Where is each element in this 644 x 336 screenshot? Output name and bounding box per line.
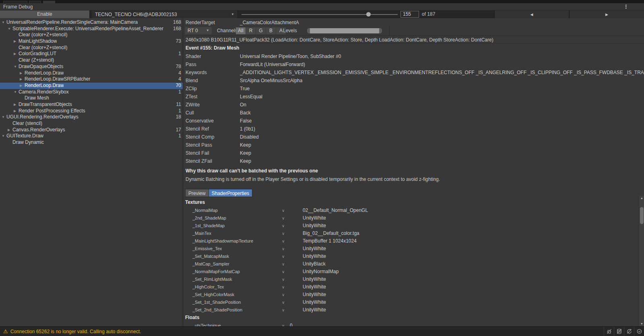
scrollbar-thumb[interactable]: [640, 207, 644, 224]
texture-dropdown-icon[interactable]: ∨: [282, 222, 303, 230]
tree-row[interactable]: ▼ UniversalRenderPipeline.RenderSingleCa…: [0, 19, 183, 26]
tree-item-count: 17: [176, 127, 181, 133]
enable-button[interactable]: Enable: [0, 10, 90, 18]
texture-value: UnityNormalMap: [303, 268, 339, 276]
tree-row[interactable]: ▶ RenderLoop.Draw 4: [0, 70, 183, 77]
tree-row[interactable]: ▶ Render PostProcessing Effects 1: [0, 108, 183, 114]
tree-expand-arrow-icon[interactable]: ▼: [13, 64, 19, 70]
texture-dropdown-icon[interactable]: ∨: [282, 237, 303, 245]
tree-row[interactable]: ▶ MainLightShadow 73: [0, 38, 183, 45]
texture-value: UnityWhite: [303, 283, 326, 291]
detail-tab[interactable]: ShaderProperties: [208, 189, 252, 197]
tree-expand-arrow-icon[interactable]: ▶: [13, 38, 19, 45]
levels-range-slider[interactable]: [307, 28, 382, 33]
tree-item-label: RenderLoop.Draw: [25, 83, 64, 89]
texture-row: _Set_2nd_ShadePosition ∨ UnityWhite: [184, 306, 634, 314]
channel-button[interactable]: B: [266, 27, 276, 34]
channel-button[interactable]: R: [246, 27, 256, 34]
previous-frame-button[interactable]: ◀: [494, 10, 569, 18]
cache-server-disabled-icon[interactable]: [614, 327, 624, 336]
texture-row: _1st_ShadeMap ∨ UnityWhite: [184, 222, 634, 230]
kebab-menu-icon[interactable]: ⋮: [623, 4, 629, 10]
tree-expand-arrow-icon[interactable]: ▶: [19, 70, 25, 77]
floats-section-header: Floats: [184, 314, 634, 321]
tree-row[interactable]: ▼ UGUI.Rendering.RenderOverlays 18: [0, 114, 183, 120]
rt-index-dropdown[interactable]: RT 0 ▼: [185, 27, 212, 34]
progress-status-icon[interactable]: [634, 327, 644, 336]
texture-dropdown-icon[interactable]: ∨: [282, 253, 303, 260]
float-dropdown-icon[interactable]: ∨: [282, 322, 290, 326]
tree-expand-arrow-icon[interactable]: ▼: [13, 89, 19, 95]
tree-item-count: 73: [176, 38, 181, 45]
title-bar: Frame Debug ⋮: [0, 3, 644, 10]
scroll-up-icon[interactable]: ▲: [639, 196, 644, 200]
scroll-down-icon[interactable]: ▼: [639, 321, 644, 326]
status-icons: [604, 327, 644, 336]
tree-row[interactable]: ▼ DrawOpaqueObjects 78: [0, 64, 183, 70]
target-device-dropdown[interactable]: TECNO_TECNO CH6i@ADBJ002153 ▼: [92, 10, 238, 18]
texture-dropdown-icon[interactable]: ∨: [282, 230, 303, 237]
tree-row[interactable]: ▼ Camera.RenderSkybox 1: [0, 89, 183, 95]
texture-value: UnityWhite: [303, 222, 326, 230]
float-row: _utsTechnique ∨ 0: [184, 322, 634, 326]
warning-message[interactable]: Connection 65262 is no longer valid. Cal…: [10, 329, 141, 334]
property-label: Stencil Comp: [184, 133, 240, 141]
texture-dropdown-icon[interactable]: ∨: [282, 291, 303, 299]
texture-dropdown-icon[interactable]: ∨: [282, 276, 303, 283]
texture-dropdown-icon[interactable]: ∨: [282, 268, 303, 276]
frame-slider[interactable]: [242, 10, 398, 18]
texture-value: UnityBlack: [303, 260, 326, 268]
channel-button[interactable]: G: [256, 27, 266, 34]
tree-expand-arrow-icon[interactable]: ▶: [19, 83, 25, 89]
tree-row[interactable]: ▶ Canvas.RenderOverlays 17: [0, 127, 183, 133]
tree-item-label: UniversalRenderPipeline.RenderSingleCame…: [6, 19, 138, 26]
tree-expand-arrow-icon[interactable]: ▼: [7, 26, 12, 32]
tree-expand-arrow-icon[interactable]: ▼: [1, 133, 6, 139]
tree-row[interactable]: Clear (stencil): [0, 120, 183, 127]
next-frame-button[interactable]: ▶: [569, 10, 644, 18]
tree-row[interactable]: Clear (color+Z+stencil): [0, 32, 183, 38]
tree-row[interactable]: ▶ RenderLoop.Draw 70: [0, 83, 183, 89]
texture-dropdown-icon[interactable]: ∨: [282, 299, 303, 306]
tree-row[interactable]: Clear (color+Z+stencil): [0, 45, 183, 51]
frame-number-input[interactable]: 155: [400, 11, 419, 18]
tree-expand-arrow-icon[interactable]: ▶: [13, 51, 19, 57]
texture-dropdown-icon[interactable]: ∨: [282, 260, 303, 268]
channel-button[interactable]: All: [236, 27, 246, 34]
detail-tab[interactable]: Preview: [185, 189, 208, 197]
texture-name: _MainTex: [184, 230, 282, 237]
frame-slider-track[interactable]: [242, 14, 398, 15]
texture-dropdown-icon[interactable]: ∨: [282, 214, 303, 222]
tree-row[interactable]: Draw Dynamic: [0, 139, 183, 146]
levels-max-handle[interactable]: [379, 28, 382, 33]
texture-dropdown-icon[interactable]: ∨: [282, 245, 303, 253]
vertical-scrollbar[interactable]: ▲ ▼: [639, 196, 644, 326]
texture-value: UnityWhite: [303, 299, 326, 306]
tree-row[interactable]: ▶ RenderLoop.DrawSRPBatcher 4: [0, 76, 183, 83]
tree-row[interactable]: Clear (Z+stencil): [0, 57, 183, 64]
frame-slider-handle[interactable]: [366, 12, 371, 17]
tree-row[interactable]: ▼ GUITexture.Draw 1: [0, 133, 183, 139]
tree-row[interactable]: ▼ ScriptableRenderer.Execute: UniversalR…: [0, 26, 183, 32]
tree-expand-arrow-icon[interactable]: ▶: [7, 127, 12, 133]
render-target-label: RenderTarget: [184, 19, 240, 26]
property-value: Keep: [240, 157, 251, 165]
toolbar: Enable TECNO_TECNO CH6i@ADBJ002153 ▼ 155…: [0, 10, 644, 18]
tree-row[interactable]: Draw Mesh: [0, 95, 183, 102]
tree-expand-arrow-icon[interactable]: ▼: [1, 114, 6, 120]
tree-expand-arrow-icon[interactable]: ▶: [13, 102, 19, 108]
tree-expand-arrow-icon[interactable]: ▼: [1, 19, 6, 26]
auto-refresh-disabled-icon[interactable]: [624, 327, 634, 336]
tree-row[interactable]: ▶ DrawTransparentObjects 11: [0, 102, 183, 108]
tree-expand-arrow-icon[interactable]: ▶: [19, 76, 25, 83]
tree-row[interactable]: ▶ ColorGradingLUT 1: [0, 51, 183, 57]
tree-expand-arrow-icon[interactable]: ▶: [13, 108, 19, 114]
levels-min-handle[interactable]: [307, 28, 310, 33]
property-label: Stencil Ref: [184, 125, 240, 133]
batching-title: Why this draw call can't be batched with…: [186, 168, 638, 174]
texture-dropdown-icon[interactable]: ∨: [282, 283, 303, 291]
property-value: Universal Render Pipeline/Toon, SubShade…: [240, 52, 341, 60]
texture-dropdown-icon[interactable]: ∨: [282, 207, 303, 214]
texture-dropdown-icon[interactable]: ∨: [282, 306, 303, 314]
bug-disabled-icon[interactable]: [604, 327, 614, 336]
